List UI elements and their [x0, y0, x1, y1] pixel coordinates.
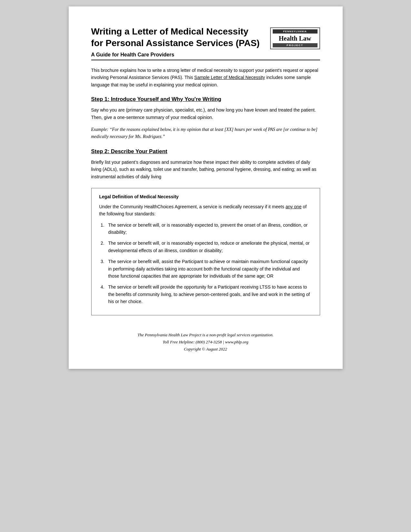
footer-line3: Copyright © August 2022 [184, 347, 227, 351]
list-item: The service or benefit will, or is reaso… [106, 222, 312, 236]
logo-bottom: PROJECT [273, 43, 318, 47]
title-line1: Writing a Letter of Medical Necessity [91, 26, 249, 36]
logo-middle: Health Law [273, 34, 318, 43]
title-line2: for Personal Assistance Services (PAS) [91, 38, 260, 48]
step1-section: Step 1: Introduce Yourself and Why You'r… [91, 96, 320, 141]
sample-letter-link[interactable]: Sample Letter of Medical Necessity [194, 75, 265, 80]
any-one-underline: any one [286, 204, 302, 209]
footer: The Pennsylvania Health Law Project is a… [91, 328, 320, 353]
step1-body: Say who you are (primary care physician,… [91, 106, 320, 121]
list-item: The service or benefit will provide the … [106, 283, 312, 305]
list-item: The service or benefit will, assist the … [106, 258, 312, 280]
header-divider [91, 60, 320, 60]
header-section: Writing a Letter of Medical Necessity fo… [91, 26, 320, 49]
footer-text: The Pennsylvania Health Law Project is a… [91, 331, 320, 353]
box-intro: Under the Community HealthChoices Agreem… [99, 203, 312, 218]
box-title: Legal Definition of Medical Necessity [99, 194, 312, 199]
footer-line1: The Pennsylvania Health Law Project is a… [137, 332, 273, 337]
step2-section: Step 2: Describe Your Patient Briefly li… [91, 148, 320, 180]
step2-body: Briefly list your patient’s diagnoses an… [91, 159, 320, 180]
legal-definition-box: Legal Definition of Medical Necessity Un… [91, 188, 320, 315]
logo-top: PENNSYLVANIA [273, 29, 318, 34]
step1-heading: Step 1: Introduce Yourself and Why You'r… [91, 96, 320, 103]
footer-line2: Toll Free Helpline: (800) 274-3258 | www… [162, 340, 248, 344]
subtitle: A Guide for Health Care Providers [91, 52, 320, 58]
list-item: The service or benefit will, or is reaso… [106, 240, 312, 254]
intro-paragraph: This brochure explains how to write a st… [91, 67, 320, 88]
logo: PENNSYLVANIA Health Law PROJECT [270, 27, 320, 49]
standards-list: The service or benefit will, or is reaso… [99, 222, 312, 305]
step1-example: Example: “For the reasons explained belo… [91, 126, 320, 141]
page: Writing a Letter of Medical Necessity fo… [69, 6, 343, 369]
main-title: Writing a Letter of Medical Necessity fo… [91, 26, 260, 49]
step2-heading: Step 2: Describe Your Patient [91, 148, 320, 155]
